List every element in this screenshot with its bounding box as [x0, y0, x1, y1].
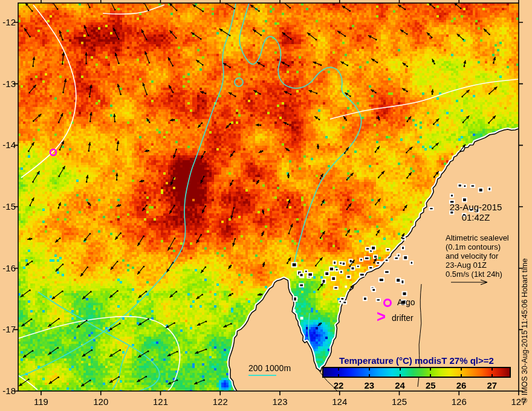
- colorbar-tick: [430, 368, 431, 371]
- colorbar-tick: [400, 374, 401, 377]
- colorbar-tick: [338, 368, 339, 371]
- colorbar-tick: [369, 368, 370, 371]
- colorbar-tick-label: 25: [418, 380, 443, 390]
- altimetric-annotation-line: 23-Aug 01Z: [446, 261, 509, 270]
- drifter-marker-icon: >: [377, 307, 386, 326]
- colorbar-tick: [461, 374, 462, 377]
- drifter-legend-label: drifter: [392, 314, 414, 323]
- y-axis-tick-label: -17: [0, 324, 16, 334]
- bathymetry-legend-label: 200 1000m: [248, 364, 291, 373]
- x-axis-tick-label: 127: [501, 396, 532, 407]
- imos-oceancurrent-sst-map-page: { "colors":{ "background_land":"#F9CB94"…: [0, 0, 532, 411]
- x-axis-tick-label: 124: [322, 396, 358, 407]
- copyright-vertical-text: © IMOS 30-Aug-2015 11:45:06 Hobart time: [521, 258, 529, 403]
- datetime-annotation: 23-Aug-2015 01:42Z: [433, 202, 519, 222]
- colorbar-tick-label: 23: [357, 380, 381, 390]
- x-axis-tick-label: 122: [202, 396, 238, 407]
- temperature-colorbar: [322, 367, 511, 378]
- x-axis-tick-label: 126: [441, 396, 477, 407]
- bathymetry-contour-sample: [248, 375, 276, 376]
- x-axis-tick-label: 120: [83, 396, 119, 407]
- argo-marker-icon: [383, 299, 392, 307]
- altimetric-annotation-line: 0.5m/s (1kt 24h): [446, 270, 509, 279]
- y-axis-tick-label: -18: [0, 386, 16, 396]
- x-axis-tick-label: 125: [381, 396, 418, 407]
- colorbar-tick: [461, 368, 462, 371]
- datetime-time: 01:42Z: [433, 212, 519, 222]
- colorbar-tick: [491, 374, 493, 377]
- colorbar-tick: [491, 368, 493, 371]
- colorbar-tick: [338, 374, 339, 377]
- colorbar-title: Temperature (°C) modisT 27% ql>=2: [322, 355, 511, 366]
- argo-legend-label: Argo: [397, 298, 415, 307]
- colorbar-tick: [369, 374, 370, 377]
- colorbar-tick-label: 24: [388, 380, 412, 390]
- colorbar-tick: [430, 374, 431, 377]
- y-axis-tick-label: -14: [0, 140, 16, 150]
- altimetric-annotation-line: Altimetric sealevel: [446, 233, 509, 242]
- x-axis-tick-label: 121: [143, 396, 179, 407]
- altimetric-annotation: Altimetric sealevel(0.1m contours)and ve…: [446, 233, 509, 279]
- y-axis-tick-label: -15: [0, 201, 16, 212]
- colorbar-tick: [400, 368, 401, 371]
- colorbar-tick-label: 27: [480, 380, 504, 390]
- y-axis-tick-label: -12: [0, 17, 16, 27]
- colorbar-tick-label: 26: [449, 380, 473, 390]
- altimetric-annotation-line: and velocity for: [446, 251, 509, 261]
- x-axis-tick-label: 119: [23, 396, 59, 407]
- y-axis-tick-label: -13: [0, 79, 16, 89]
- altimetric-annotation-line: (0.1m contours): [446, 242, 509, 251]
- x-axis-tick-label: 123: [262, 396, 298, 407]
- y-axis-tick-label: -16: [0, 263, 16, 273]
- colorbar-tick-label: 22: [326, 380, 351, 390]
- datetime-date: 23-Aug-2015: [433, 202, 519, 212]
